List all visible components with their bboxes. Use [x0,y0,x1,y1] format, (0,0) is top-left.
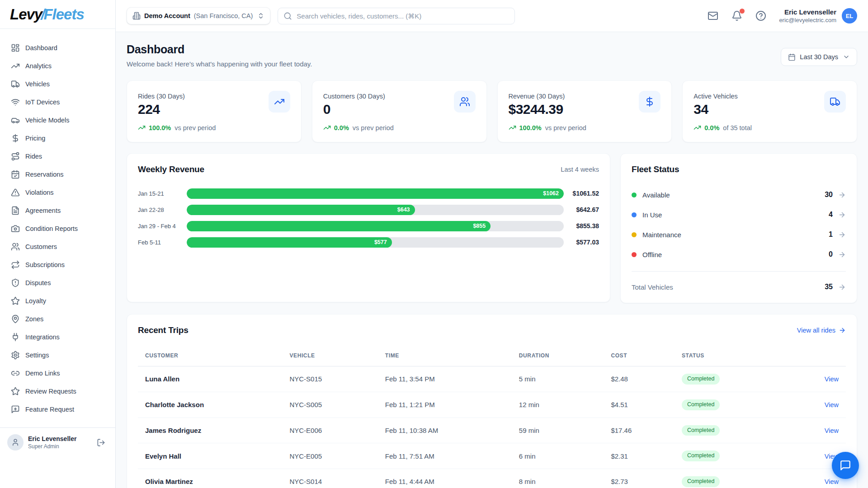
stat-top: Active Vehicles34 [693,91,846,117]
sidebar-item-review-requests[interactable]: Review Requests [0,382,115,400]
layout-dashboard-icon [11,43,20,52]
stat-text: Customers (30 Days)0 [323,91,385,117]
sidebar-item-label: Agreements [25,207,61,214]
sidebar-item-integrations[interactable]: Integrations [0,328,115,346]
topbar-user-info[interactable]: Eric Levenseller eric@levyelectric.com [779,8,836,23]
revenue-bar-row: Jan 22-28$643$642.67 [138,202,599,218]
fleet-total-count: 35 [825,283,833,291]
sidebar-item-label: Customers [25,243,57,250]
sidebar-item-pricing[interactable]: Pricing [0,129,115,147]
stat-trend-note: vs prev period [545,124,586,131]
chat-fab-button[interactable] [832,452,859,479]
account-location: (San Francisco, CA) [194,12,253,19]
status-dot [632,252,637,257]
fleet-total-row[interactable]: Total Vehicles 35 [632,275,846,299]
cell-view: View [791,366,846,392]
stat-trend-value: 100.0% [149,124,171,131]
table-row: Luna AllenNYC-S015Feb 11, 3:54 PM5 min$2… [138,366,846,392]
sidebar-nav: DashboardAnalyticsVehiclesIoT DevicesVeh… [0,29,115,427]
fleet-row-available[interactable]: Available30 [632,185,846,205]
sidebar-item-vehicles[interactable]: Vehicles [0,75,115,93]
sidebar-item-customers[interactable]: Customers [0,238,115,256]
cell-duration: 8 min [512,469,604,488]
sidebar-item-agreements[interactable]: Agreements [0,202,115,220]
help-circle-icon [755,10,766,21]
stat-value: $3244.39 [509,102,565,117]
log-out-icon[interactable] [97,438,105,447]
trending-up-icon [274,96,285,107]
sidebar-item-vehicle-models[interactable]: Vehicle Models [0,111,115,129]
truck-front-icon [830,96,840,107]
sidebar-user-avatar [7,434,24,450]
fleet-total-label: Total Vehicles [632,283,673,291]
revenue-bar-row: Jan 29 - Feb 4$855$855.38 [138,218,599,234]
wifi-icon [11,98,20,107]
cell-status: Completed [675,392,791,418]
sidebar-item-demo-links[interactable]: Demo Links [0,364,115,382]
sidebar-item-label: Vehicle Models [25,117,70,124]
fleet-row-in-use[interactable]: In Use4 [632,205,846,225]
sidebar-item-subscriptions[interactable]: Subscriptions [0,256,115,274]
bar-inner-label: $855 [473,223,486,229]
view-link[interactable]: View [825,375,839,383]
cell-view: View [791,418,846,443]
sidebar-item-label: Loyalty [25,297,46,305]
sidebar-item-loyalty[interactable]: Loyalty [0,292,115,310]
fleet-status-count: 4 [829,211,833,219]
message-square-plus-icon [11,405,20,414]
sidebar-item-rides[interactable]: Rides [0,147,115,165]
search-input[interactable] [297,12,509,20]
avatar[interactable]: EL [842,8,857,23]
charts-row: Weekly Revenue Last 4 weeks Jan 15-21$10… [127,153,857,303]
users-icon [459,96,470,107]
brand-logo[interactable]: Levy/Fleets [0,0,115,29]
arrow-right-icon [838,283,846,291]
stat-value: 34 [693,102,738,117]
alert-triangle-icon [11,188,20,197]
status-badge: Completed [682,476,720,487]
fleet-row-offline[interactable]: Offline0 [632,244,846,264]
cell-status: Completed [675,366,791,392]
status-dot [632,212,637,217]
fleet-row-right: 1 [829,230,846,239]
fleet-row-maintenance[interactable]: Maintenance1 [632,225,846,244]
fleet-status-card: Fleet Status Available30In Use4Maintenan… [620,153,857,303]
view-all-rides-link[interactable]: View all rides [797,327,846,334]
sidebar-item-feature-request[interactable]: Feature Request [0,400,115,418]
sidebar-item-disputes[interactable]: Disputes [0,274,115,292]
sidebar-item-iot-devices[interactable]: IoT Devices [0,93,115,111]
revenue-bar-row: Feb 5-11$577$577.03 [138,234,599,250]
view-link[interactable]: View [825,478,839,485]
sidebar-item-zones[interactable]: Zones [0,310,115,328]
view-link[interactable]: View [825,427,839,434]
stat-card-3: Active Vehicles340.0%of 35 total [682,80,857,142]
bar-fill: $1062 [187,188,564,199]
sidebar-user[interactable]: Eric Levenseller Super Admin [0,427,115,457]
help-button[interactable] [755,10,766,21]
sidebar-item-analytics[interactable]: Analytics [0,57,115,75]
notifications-button[interactable] [731,10,742,21]
revenue-bar-row: Jan 15-21$1062$1061.52 [138,185,599,202]
sidebar-item-settings[interactable]: Settings [0,346,115,364]
topbar-user-email: eric@levyelectric.com [779,17,836,23]
status-badge: Completed [682,450,720,461]
sidebar-item-reservations[interactable]: Reservations [0,165,115,183]
stat-trend-value: 100.0% [519,124,542,131]
view-link[interactable]: View [825,401,839,408]
sidebar-user-name: Eric Levenseller [28,435,92,442]
messages-button[interactable] [708,10,718,21]
table-row: Charlotte JacksonNYC-S005Feb 11, 1:21 PM… [138,392,846,418]
fleet-status-label: Maintenance [642,231,681,239]
account-switcher[interactable]: Demo Account (San Francisco, CA) [127,7,270,24]
sidebar-item-condition-reports[interactable]: Condition Reports [0,220,115,238]
period-selector[interactable]: Last 30 Days [781,48,857,66]
stat-iconbox [454,91,476,113]
sidebar-item-violations[interactable]: Violations [0,183,115,202]
sidebar-item-dashboard[interactable]: Dashboard [0,39,115,57]
settings-icon [11,351,20,360]
fleet-total-right: 35 [825,283,846,291]
fleet-status-rows: Available30In Use4Maintenance1Offline0 [632,185,846,264]
cell-time: Feb 11, 1:21 PM [378,392,512,418]
fleet-row-right: 0 [829,250,846,258]
status-badge: Completed [682,425,720,436]
